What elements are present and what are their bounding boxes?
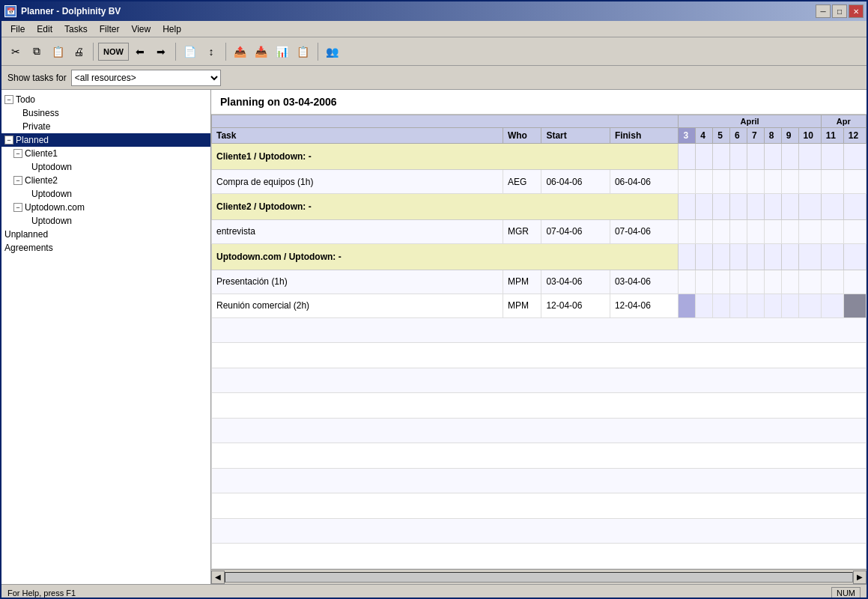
- scroll-left-button[interactable]: ◀: [211, 571, 225, 584]
- task-finish-t3: 03-04-06: [610, 270, 679, 294]
- gantt-g2-5: [713, 193, 730, 219]
- empty-row-8: [212, 493, 867, 519]
- resource-select[interactable]: <all resources> AEG MGR MPM: [71, 70, 221, 86]
- task-start-t1: 06-04-06: [541, 170, 610, 194]
- gantt-g1-8: [764, 144, 781, 170]
- menu-help[interactable]: Help: [157, 22, 187, 36]
- gantt-t4-8: [764, 294, 781, 317]
- maximize-button[interactable]: □: [832, 4, 847, 18]
- column-header-row: Task Who Start Finish 3 4 5 6 7 8 9 10 1…: [212, 128, 867, 144]
- content-pane: Planning on 03-04-2006: [211, 90, 867, 584]
- export1-button[interactable]: 📤: [231, 41, 250, 62]
- close-button[interactable]: ✕: [849, 4, 864, 18]
- horizontal-scrollbar[interactable]: ◀ ▶: [211, 569, 867, 584]
- gantt-t3-12: [843, 270, 866, 294]
- gantt-g2-11: [821, 193, 843, 219]
- toggle-uptodowncom[interactable]: −: [13, 203, 22, 212]
- sidebar-item-uptodown2[interactable]: Uptodown: [1, 187, 210, 201]
- sidebar-label-uptodowncom: Uptodown.com: [25, 202, 85, 213]
- day-7: 7: [747, 128, 764, 144]
- gantt-t2-11: [821, 220, 843, 244]
- toolbar-sep2: [175, 43, 176, 61]
- gantt-t1-8: [764, 170, 781, 194]
- gantt-t2-7: [747, 220, 764, 244]
- gantt-t2-6: [730, 220, 747, 244]
- sidebar-label-business: Business: [22, 108, 59, 118]
- toggle-cliente2[interactable]: −: [13, 176, 22, 185]
- toggle-cliente1[interactable]: −: [13, 149, 22, 158]
- menu-filter[interactable]: Filter: [94, 22, 126, 36]
- task-who-t3: MPM: [503, 270, 541, 294]
- titlebar-left: 📅 Planner - Dolphinity BV: [4, 5, 121, 17]
- sidebar-item-planned[interactable]: − Planned: [1, 133, 210, 147]
- sidebar-item-todo[interactable]: − Todo: [1, 93, 210, 106]
- titlebar: 📅 Planner - Dolphinity BV ─ □ ✕: [1, 1, 867, 21]
- gantt-t4-7: [747, 294, 764, 317]
- scroll-right-button[interactable]: ▶: [853, 571, 867, 584]
- gantt-t3-9: [781, 270, 798, 294]
- gantt-g1-9: [781, 144, 798, 170]
- arrow-right-button[interactable]: ➡: [151, 41, 171, 62]
- gantt-g3-9: [781, 243, 798, 270]
- sidebar-item-private[interactable]: Private: [1, 120, 210, 133]
- arrow-left-button[interactable]: ⬅: [130, 41, 150, 62]
- task-name-t4: Reunión comercial (2h): [212, 294, 503, 317]
- day-6: 6: [730, 128, 747, 144]
- sidebar-item-unplanned[interactable]: Unplanned: [1, 228, 210, 241]
- cut-button[interactable]: ✂: [6, 41, 25, 62]
- sidebar-label-todo: Todo: [16, 94, 35, 105]
- toolbar-sep4: [318, 43, 318, 61]
- toolbar-sep3: [225, 43, 226, 61]
- gantt-t4-10: [798, 294, 821, 317]
- task-who-t2: MGR: [503, 220, 541, 244]
- gantt-t3-10: [798, 270, 821, 294]
- sidebar-item-uptodown1[interactable]: Uptodown: [1, 160, 210, 174]
- task-start-t4: 12-04-06: [541, 294, 610, 317]
- menu-tasks[interactable]: Tasks: [58, 22, 94, 36]
- export2-button[interactable]: 📥: [252, 41, 271, 62]
- export4-button[interactable]: 📋: [294, 41, 313, 62]
- sidebar-label-unplanned: Unplanned: [4, 229, 48, 240]
- task-finish-t2: 07-04-06: [610, 220, 679, 244]
- gantt-g3-10: [798, 243, 821, 270]
- planning-title: Planning on 03-04-2006: [211, 90, 867, 115]
- paste-button[interactable]: 📋: [48, 41, 67, 62]
- gantt-g2-8: [764, 193, 781, 219]
- print-button[interactable]: 🖨: [69, 41, 88, 62]
- day-12: 12: [843, 128, 866, 144]
- copy-button[interactable]: ⧉: [27, 41, 46, 62]
- group-row-cliente2: Cliente2 / Uptodown: -: [212, 193, 867, 219]
- menu-view[interactable]: View: [125, 22, 157, 36]
- people-button[interactable]: 👥: [323, 41, 342, 62]
- task-finish-t1: 06-04-06: [610, 170, 679, 194]
- sidebar-item-uptodowncom[interactable]: − Uptodown.com: [1, 201, 210, 214]
- task-name-t3: Presentación (1h): [212, 270, 503, 294]
- minimize-button[interactable]: ─: [816, 4, 831, 18]
- menu-file[interactable]: File: [4, 22, 31, 36]
- new-task-button[interactable]: 📄: [180, 41, 200, 62]
- menu-edit[interactable]: Edit: [31, 22, 58, 36]
- sidebar-item-cliente2[interactable]: − Cliente2: [1, 174, 210, 187]
- empty-row-5: [212, 418, 867, 443]
- sidebar-item-business[interactable]: Business: [1, 106, 210, 120]
- scroll-track[interactable]: [225, 572, 853, 583]
- sidebar-item-uptodown3[interactable]: Uptodown: [1, 214, 210, 228]
- day-11: 11: [821, 128, 843, 144]
- gantt-t4-4: [696, 294, 713, 317]
- col-start: Start: [541, 128, 610, 144]
- sidebar-item-cliente1[interactable]: − Cliente1: [1, 147, 210, 160]
- toggle-todo[interactable]: −: [4, 95, 13, 104]
- sort-button[interactable]: ↕: [201, 41, 221, 62]
- month-april: April: [679, 115, 821, 128]
- now-button[interactable]: NOW: [98, 43, 129, 61]
- gantt-t3-8: [764, 270, 781, 294]
- day-5: 5: [713, 128, 730, 144]
- group-label-cliente1: Cliente1 / Uptodown: -: [212, 144, 679, 170]
- toggle-planned[interactable]: −: [4, 136, 13, 145]
- sidebar-label-cliente1: Cliente1: [25, 148, 58, 159]
- export3-button[interactable]: 📊: [273, 41, 292, 62]
- task-start-t2: 07-04-06: [541, 220, 610, 244]
- task-finish-t4: 12-04-06: [610, 294, 679, 317]
- sidebar-item-agreements[interactable]: Agreements: [1, 241, 210, 255]
- group-label-cliente2: Cliente2 / Uptodown: -: [212, 193, 679, 219]
